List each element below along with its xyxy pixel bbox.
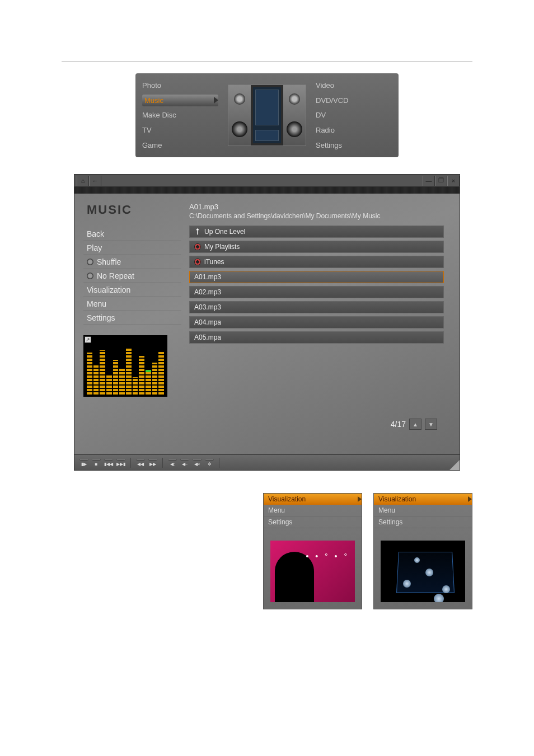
fastforward-button[interactable]: ▶▶ (147, 458, 159, 468)
disc-icon (194, 259, 201, 265)
page-down-icon[interactable]: ▼ (425, 419, 437, 430)
list-item-file[interactable]: A03.mp3 (189, 301, 444, 313)
side-menu: Back Play Shuffle No Repeat Visualizatio… (83, 227, 181, 325)
vol-mute-button[interactable]: ◀× (191, 458, 203, 468)
viz-menu[interactable]: Menu (264, 505, 362, 516)
menu-music[interactable]: Music (142, 95, 218, 106)
menu-video[interactable]: Video (316, 79, 392, 91)
play-pause-button[interactable]: ▮▶ (78, 458, 90, 468)
shuffle-label: Shuffle (97, 257, 121, 266)
home-main-menu: Photo Music Make Disc TV Game Video DVD/… (135, 73, 399, 157)
rewind-button[interactable]: ◀◀ (134, 458, 147, 468)
list-item-file[interactable]: A04.mpa (189, 316, 444, 328)
home-icon[interactable]: ⌂ (77, 176, 89, 186)
close-icon[interactable]: × (447, 176, 460, 186)
list-item-up[interactable]: ⭡Up One Level (189, 226, 444, 238)
side-menu-item[interactable]: Menu (83, 297, 181, 311)
norepeat-label: No Repeat (97, 271, 134, 280)
resize-grip-icon[interactable] (449, 460, 460, 470)
viz-panel-2: Visualization Menu Settings (373, 493, 472, 609)
viz-settings[interactable]: Settings (264, 516, 362, 528)
back-icon[interactable]: ← (89, 176, 101, 186)
expand-icon[interactable]: ↗ (85, 336, 91, 343)
side-settings[interactable]: Settings (83, 311, 181, 325)
visualization-preview[interactable]: ↗ (83, 335, 167, 397)
config-button[interactable]: ✲ (203, 458, 216, 468)
viz-thumb-1[interactable] (270, 541, 355, 602)
viz-selected[interactable]: Visualization (264, 494, 362, 505)
music-window: ⌂ ← — ❐ × Music Back Play Shuffle No Rep… (74, 174, 460, 471)
list-item-itunes[interactable]: iTunes (189, 256, 444, 268)
pager-count: 4/17 (391, 420, 406, 429)
file-list: ⭡Up One Level My Playlists iTunes A01.mp… (189, 226, 444, 344)
stereo-graphic (228, 84, 306, 146)
page-title: Music (83, 203, 181, 217)
list-item-label: Up One Level (204, 228, 245, 236)
viz-settings[interactable]: Settings (374, 516, 472, 528)
viz-selected[interactable]: Visualization (374, 494, 472, 505)
menu-dvdvcd[interactable]: DVD/VCD (316, 95, 392, 106)
list-item-file[interactable]: A01.mp3 (189, 271, 444, 283)
list-item-label: My Playlists (204, 243, 240, 251)
side-visualization[interactable]: Visualization (83, 283, 181, 297)
pager: 4/17 ▲ ▼ (391, 419, 437, 430)
list-item-label: A03.mp3 (194, 303, 221, 311)
now-playing-file: A01.mp3 (189, 203, 444, 211)
up-arrow-icon: ⭡ (194, 228, 201, 236)
list-item-file[interactable]: A02.mp3 (189, 286, 444, 298)
menu-settings[interactable]: Settings (316, 139, 392, 151)
list-item-file[interactable]: A05.mpa (189, 331, 444, 344)
vol-up-button[interactable]: ◀: (166, 458, 179, 468)
list-item-label: A01.mp3 (194, 273, 221, 281)
radio-icon (87, 259, 93, 265)
file-path: C:\Documents and Settings\davidchen\My D… (189, 212, 444, 220)
viz-thumb-2[interactable] (381, 541, 465, 602)
menu-game[interactable]: Game (142, 139, 218, 151)
menu-tv[interactable]: TV (142, 124, 218, 136)
menu-photo[interactable]: Photo (142, 79, 218, 91)
disc-icon (194, 243, 201, 250)
radio-icon (87, 273, 93, 279)
list-item-label: A02.mp3 (194, 288, 221, 296)
list-item-label: A04.mpa (194, 318, 221, 326)
menu-dv[interactable]: DV (316, 109, 392, 121)
restore-icon[interactable]: ❐ (435, 176, 447, 186)
list-item-playlists[interactable]: My Playlists (189, 241, 444, 253)
vol-down-button[interactable]: ◀− (179, 458, 191, 468)
transport-bar: ▮▶ ■ ▮◀◀ ▶▶▮ ◀◀ ▶▶ ◀: ◀− ◀× ✲ (74, 454, 460, 470)
viz-panel-1: Visualization Menu Settings (263, 493, 362, 609)
prev-button[interactable]: ▮◀◀ (102, 458, 115, 468)
side-play[interactable]: Play (83, 241, 181, 255)
side-shuffle[interactable]: Shuffle (83, 255, 181, 269)
titlebar: ⌂ ← — ❐ × (74, 175, 460, 187)
stop-button[interactable]: ■ (90, 458, 102, 468)
viz-menu[interactable]: Menu (374, 505, 472, 516)
menu-makedisc[interactable]: Make Disc (142, 109, 218, 121)
side-norepeat[interactable]: No Repeat (83, 269, 181, 283)
menu-radio[interactable]: Radio (316, 124, 392, 136)
side-back[interactable]: Back (83, 227, 181, 241)
minimize-icon[interactable]: — (423, 176, 435, 186)
list-item-label: iTunes (204, 258, 224, 266)
page-up-icon[interactable]: ▲ (409, 419, 421, 430)
list-item-label: A05.mpa (194, 334, 221, 341)
next-button[interactable]: ▶▶▮ (115, 458, 127, 468)
